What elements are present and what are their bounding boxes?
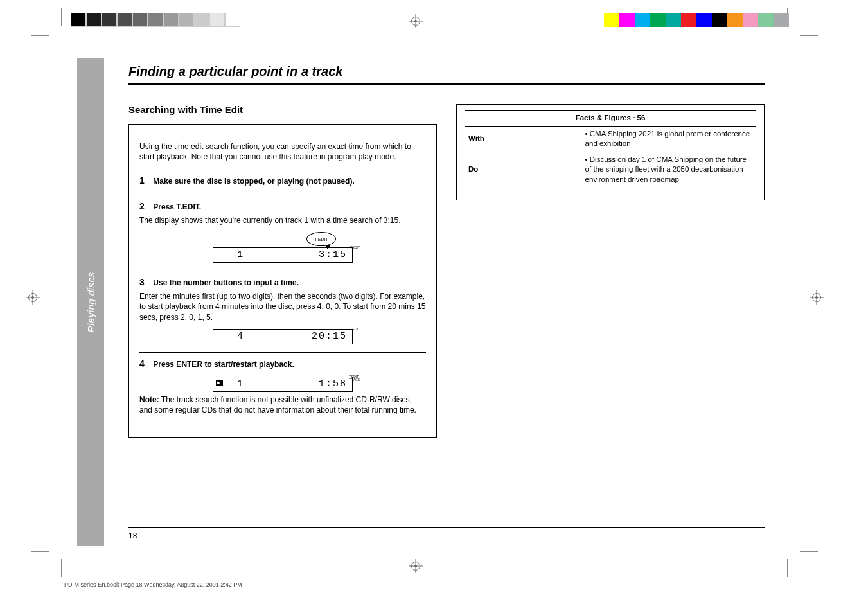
facts-title: Facts & Figures · 56 — [465, 111, 756, 127]
page-title: Finding a particular point in a track — [128, 64, 765, 79]
registration-mark — [409, 559, 423, 573]
lcd-time: 3:15 — [244, 249, 347, 262]
step-body: The display shows that you're currently … — [139, 215, 426, 226]
crop-mark — [787, 559, 788, 577]
step-number: 4 — [139, 358, 151, 370]
step-1: 1 Make sure the disc is stopped, or play… — [139, 170, 426, 195]
registration-mark — [810, 290, 824, 305]
lcd-tag: T.EDIT — [350, 328, 360, 331]
table-row: Do • Discuss on day 1 of CMA Shipping on… — [465, 152, 756, 187]
step-number: 3 — [139, 276, 151, 289]
page-content: Finding a particular point in a track Se… — [128, 64, 765, 438]
note-body: The track search function is not possibl… — [139, 395, 416, 414]
crop-mark — [31, 551, 49, 552]
crop-mark — [800, 35, 818, 36]
facts-table: Facts & Figures · 56 With • CMA Shipping… — [465, 110, 756, 187]
registration-mark — [409, 14, 423, 28]
registration-mark — [26, 290, 40, 305]
step-4: 4 Press ENTER to start/restart playback.… — [139, 353, 426, 423]
step-lead: Make sure the disc is stopped, or playin… — [153, 177, 354, 186]
intro-text: Using the time edit search function, you… — [139, 141, 426, 162]
play-indicator-icon: ▶ — [216, 380, 223, 387]
lcd-display: ▶ 1 1:58 T.EDIT TRACK — [213, 377, 353, 392]
footer-filename: PD-M series-En.book Page 18 Wednesday, A… — [64, 582, 242, 588]
step-2: 2 Press T.EDIT. The display shows that y… — [139, 195, 426, 271]
table-row: With • CMA Shipping 2021 is global premi… — [465, 126, 756, 152]
step-lead: Press ENTER to start/restart playback. — [153, 360, 294, 369]
lcd-tag: T.EDIT — [350, 246, 360, 249]
lcd-time: 20:15 — [244, 330, 347, 343]
instruction-frame: Using the time edit search function, you… — [128, 124, 437, 438]
lcd-tag: T.EDIT TRACK — [349, 375, 360, 382]
crop-mark — [31, 35, 49, 36]
page-number: 18 — [128, 531, 137, 540]
note-label: Note: — [139, 395, 159, 404]
step-number: 2 — [139, 200, 151, 213]
title-rule — [128, 83, 765, 85]
facts-frame: Facts & Figures · 56 With • CMA Shipping… — [456, 104, 765, 200]
grayscale-swatches — [71, 13, 240, 27]
lcd-track-num: 4 — [218, 330, 244, 343]
tedit-button-icon: T.EDIT — [306, 232, 336, 246]
color-swatches — [604, 13, 789, 27]
crop-mark — [61, 559, 62, 577]
page-footer: 18 — [128, 527, 765, 540]
step-number: 1 — [139, 175, 151, 187]
lcd-display: 4 20:15 T.EDIT — [213, 329, 353, 344]
step-body: Enter the minutes first (up to two digit… — [139, 291, 426, 323]
step-lead: Press T.EDIT. — [153, 202, 201, 211]
step-lead: Use the number buttons to input a time. — [153, 278, 299, 287]
crop-mark — [61, 8, 62, 26]
lcd-time: 1:58 — [244, 378, 347, 391]
lcd-display: 1 3:15 T.EDIT — [213, 247, 353, 263]
section-tab-label: Playing discs — [85, 272, 96, 332]
left-subheading: Searching with Time Edit — [128, 104, 437, 115]
section-tab: Playing discs — [77, 58, 104, 546]
crop-mark — [800, 551, 818, 552]
step-3: 3 Use the number buttons to input a time… — [139, 271, 426, 352]
lcd-track-num: 1 — [218, 249, 244, 262]
